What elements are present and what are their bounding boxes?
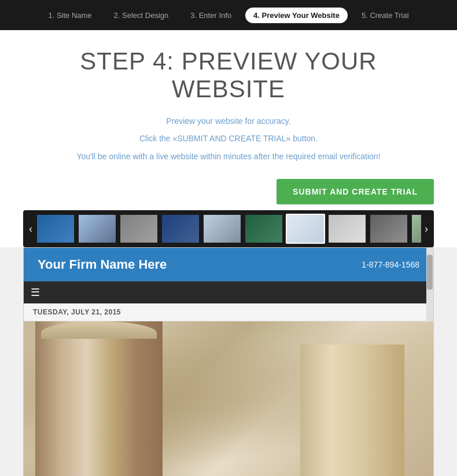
thumbnail-6[interactable] (244, 214, 283, 244)
preview-scroll-thumb[interactable] (427, 255, 433, 290)
strip-right-arrow[interactable]: › (421, 223, 432, 235)
column-right-decoration (300, 345, 404, 476)
instruction-line3-text: You'll be online with a live website wit… (76, 152, 380, 161)
thumbnail-5[interactable] (202, 214, 242, 244)
submit-row: SUBMIT AND CREATE TRIAL (23, 167, 434, 210)
thumbnail-10[interactable] (411, 214, 421, 244)
main-content: STEP 4: PREVIEW YOUR WEBSITE Preview you… (0, 30, 457, 247)
submit-create-trial-button[interactable]: SUBMIT AND CREATE TRIAL (277, 179, 434, 204)
instruction-line2: Click the «SUBMIT AND CREATE TRIAL» butt… (23, 132, 434, 145)
firm-name: Your Firm Name Here (38, 257, 167, 272)
thumbnail-1[interactable] (36, 214, 75, 244)
nav-step-3[interactable]: 3. Enter Info (182, 8, 239, 23)
strip-left-arrow[interactable]: ‹ (25, 223, 36, 235)
thumbnail-3[interactable] (119, 214, 159, 244)
thumbnail-8[interactable] (327, 214, 367, 244)
preview-frame: Your Firm Name Here 1-877-894-1568 ☰ TUE… (23, 247, 434, 476)
nav-step-5[interactable]: 5. Create Trial (353, 8, 417, 23)
instruction-line1: Preview your website for accuracy. (23, 115, 434, 127)
top-nav: 1. Site Name 2. Select Design 3. Enter I… (0, 0, 457, 30)
column-left-decoration (35, 321, 163, 476)
thumbnails-row (36, 214, 421, 244)
nav-step-1[interactable]: 1. Site Name (40, 8, 99, 23)
thumbnail-9[interactable] (369, 214, 408, 244)
site-header: Your Firm Name Here 1-877-894-1568 (24, 248, 433, 281)
thumbnail-strip: ‹ (23, 210, 434, 247)
instruction-line3: You'll be online with a live website wit… (23, 150, 434, 163)
page-title: STEP 4: PREVIEW YOUR WEBSITE (23, 47, 434, 103)
thumbnail-7-selected[interactable] (286, 214, 325, 244)
firm-phone: 1-877-894-1568 (362, 260, 419, 269)
hamburger-icon[interactable]: ☰ (31, 286, 40, 299)
date-bar: TUESDAY, JULY 21, 2015 (24, 303, 433, 321)
thumbnail-4[interactable] (161, 214, 200, 244)
nav-step-4[interactable]: 4. Preview Your Website (245, 8, 348, 23)
thumbnail-2[interactable] (78, 214, 117, 244)
hero-image (24, 321, 433, 476)
nav-step-2[interactable]: 2. Select Design (106, 8, 177, 23)
site-nav-bar: ☰ (24, 281, 433, 303)
